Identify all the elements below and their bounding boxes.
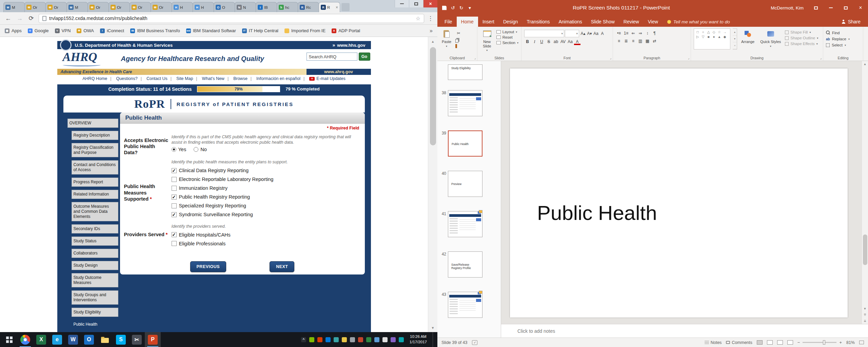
gallery-up-icon[interactable]: ▲ — [733, 29, 737, 36]
comments-toggle-button[interactable]: Comments — [726, 340, 752, 345]
select-button[interactable]: Select▾ — [826, 43, 850, 47]
tray-icon[interactable] — [366, 337, 371, 342]
paragraph-tool-icon[interactable]: ↕ — [644, 30, 651, 37]
previous-button[interactable]: PREVIOUS — [190, 261, 226, 272]
slide-thumbnail[interactable]: 41 — [439, 211, 501, 237]
paste-button[interactable]: Paste ▾ — [440, 28, 453, 55]
shape-effects-button[interactable]: Shape Effects▾ — [785, 42, 818, 46]
radio-option[interactable]: Yes — [172, 147, 186, 152]
ribbon-display-options-icon[interactable] — [808, 0, 823, 16]
ribbon-tab[interactable]: File — [440, 17, 457, 27]
sidebar-item[interactable]: Study Groups and Interventions — [72, 290, 118, 305]
font-style-icon[interactable]: S — [546, 38, 552, 45]
show-desktop-button[interactable] — [433, 332, 435, 347]
slide-sorter-view-icon[interactable] — [767, 340, 773, 345]
new-tab-button[interactable] — [341, 3, 350, 11]
font-style-icon[interactable]: B — [524, 38, 531, 45]
slide-thumbnail[interactable]: 39 Public Health — [439, 130, 501, 157]
tray-icon[interactable] — [382, 337, 388, 342]
gallery-more-icon[interactable]: ≡ — [733, 42, 737, 49]
bookmark-star-icon[interactable] — [416, 15, 420, 22]
layout-button[interactable]: Layout▾ — [496, 30, 518, 34]
radio-option[interactable]: No — [194, 147, 207, 152]
paragraph-tool-icon[interactable]: ⇒ — [637, 30, 644, 37]
taskbar-app-icon[interactable]: W — [65, 332, 81, 347]
scroll-up-icon[interactable]: ▲ — [862, 61, 868, 67]
shape-icon[interactable]: ● — [711, 35, 716, 39]
gallery-down-icon[interactable]: ▼ — [733, 36, 737, 42]
thumbnail-canvas[interactable] — [448, 292, 482, 318]
arrange-button[interactable]: Arrange — [739, 28, 756, 55]
checkbox[interactable] — [172, 186, 177, 191]
browser-tab[interactable]: O O × — [214, 2, 235, 12]
tray-icon[interactable] — [358, 337, 363, 342]
slideshow-view-icon[interactable] — [787, 340, 793, 345]
slide-title-text[interactable]: Public Health — [537, 201, 657, 225]
shape-icon[interactable]: ◆ — [722, 35, 727, 39]
zoom-in-icon[interactable]: + — [839, 340, 842, 345]
bookmark-item[interactable]: V VPN — [55, 28, 71, 33]
shape-icon[interactable]: ▷ — [695, 35, 700, 39]
sidebar-item[interactable]: Study Design — [72, 261, 118, 270]
browser-menu-icon[interactable] — [428, 15, 433, 22]
bookmark-item[interactable]: ✉ OWA — [77, 28, 94, 33]
minimize-button[interactable] — [395, 0, 409, 7]
font-style-icon[interactable]: ab — [553, 38, 559, 45]
nav-link[interactable]: AHRQ Home — [82, 76, 107, 81]
fit-to-window-icon[interactable] — [859, 341, 864, 344]
taskbar-app-icon[interactable]: O — [81, 332, 97, 347]
shape-outline-button[interactable]: Shape Outline▾ — [785, 36, 818, 40]
new-slide-button[interactable]: New Slide ▾ — [480, 28, 494, 55]
refresh-button[interactable]: ⟳ — [27, 15, 35, 22]
alignment-icon[interactable]: ≡ — [630, 38, 636, 44]
slide-thumbnail[interactable]: 42 Save/Release Registry Profile — [439, 251, 501, 278]
ribbon-tab[interactable]: Home — [457, 17, 478, 27]
bookmark-item[interactable]: i iConnect — [100, 28, 124, 33]
nav-link[interactable]: E-mail Updates — [300, 76, 346, 81]
sidebar-item[interactable]: Collaborators — [72, 249, 118, 258]
dialog-launcher-icon[interactable]: ⌟ — [474, 56, 476, 60]
sidebar-item[interactable]: Registry Classification and Purpose — [72, 143, 118, 157]
shape-icon[interactable]: ▲ — [717, 35, 722, 39]
shape-icon[interactable]: △ — [706, 30, 711, 34]
checkbox-option[interactable]: Syndromic Surveillance Reporting — [172, 211, 361, 218]
zoom-level[interactable]: 81% — [846, 340, 855, 345]
font-style-icon[interactable]: I — [531, 38, 538, 45]
quick-access-icon[interactable]: ▾ — [468, 5, 472, 11]
tray-icon[interactable] — [326, 337, 331, 342]
find-button[interactable]: Find — [826, 30, 850, 35]
nav-link[interactable]: Site Map — [167, 76, 193, 81]
slide-canvas[interactable]: Public Health — [510, 68, 848, 318]
ribbon-tab[interactable]: Design — [499, 17, 522, 27]
taskbar-app-icon[interactable]: ✂ — [129, 332, 145, 347]
checkbox[interactable] — [172, 232, 177, 237]
radio-button[interactable] — [172, 147, 176, 152]
shape-icon[interactable]: ◇ — [711, 30, 716, 34]
checkbox-option[interactable]: Eligible Professionals — [172, 240, 361, 247]
url-text[interactable]: trvlapp1552.cxda.medstat.com/rrs/publich… — [49, 16, 413, 21]
bookmark-item[interactable]: IB IBM Business Transfo — [130, 28, 180, 33]
tray-icon[interactable] — [399, 337, 404, 342]
bookmark-item[interactable]: A ADP Portal — [332, 28, 360, 33]
checkbox[interactable] — [172, 241, 177, 246]
reset-button[interactable]: Reset — [496, 35, 518, 39]
dialog-launcher-icon[interactable]: ⌟ — [820, 56, 822, 60]
slide-thumbnail[interactable]: 40 Preview — [439, 171, 501, 197]
paragraph-tool-icon[interactable]: 1≡ — [623, 30, 629, 37]
taskbar-clock[interactable]: 10:26 AM 1/17/2017 — [410, 334, 427, 345]
slide-thumbnail[interactable]: Study Eligibility — [439, 64, 501, 80]
search-go-button[interactable]: Go — [359, 53, 370, 61]
shape-icon[interactable]: ○ — [701, 30, 706, 34]
checkbox-option[interactable]: Eligible Hospitals/CAHs — [172, 231, 361, 238]
slide-thumbnail[interactable]: 38 — [439, 90, 501, 116]
sidebar-item[interactable]: Study Eligibility — [72, 308, 118, 317]
restore-button[interactable] — [838, 0, 853, 16]
next-button[interactable]: NEXT — [270, 261, 294, 272]
shape-icon[interactable]: ▽ — [701, 35, 706, 39]
font-tool-icon[interactable]: A▾ — [586, 30, 593, 37]
quick-access-icon[interactable]: ↻ — [459, 5, 463, 11]
browser-tab[interactable]: ✉ Or × — [87, 2, 109, 12]
sidebar-item[interactable]: OVERVIEW — [67, 119, 118, 128]
scrollbar-thumb[interactable] — [430, 47, 436, 145]
browser-tab[interactable]: R R × — [319, 2, 340, 12]
